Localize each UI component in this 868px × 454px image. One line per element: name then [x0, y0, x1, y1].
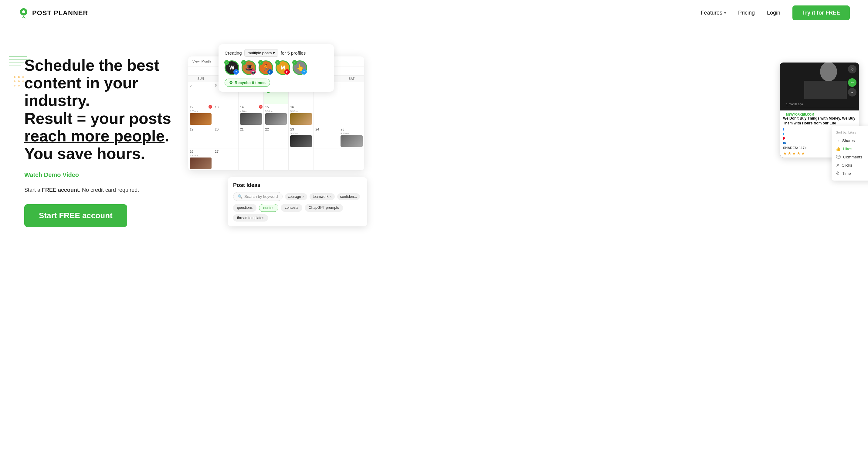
nav-features[interactable]: Features ▾ — [701, 10, 726, 16]
nav-login[interactable]: Login — [767, 10, 780, 16]
sort-comments-label: Comments — [843, 155, 862, 159]
menu-icon[interactable]: ≡ — [848, 88, 857, 96]
creating-label: Creating — [225, 50, 242, 56]
svg-point-15 — [820, 62, 837, 81]
star-5: ★ — [801, 151, 805, 156]
shares-arrow-icon: → — [836, 139, 840, 143]
try-free-button[interactable]: Try it for FREE — [793, 5, 850, 20]
sort-clicks[interactable]: ↗ Clicks — [832, 161, 868, 169]
profile-avatar-4[interactable]: ✓ M P — [276, 60, 290, 75]
check-badge-2: ✓ — [241, 60, 246, 65]
hero-subtext-bold: FREE account — [42, 187, 79, 193]
pill-quotes[interactable]: quotes — [259, 204, 278, 212]
svg-point-12 — [14, 85, 16, 87]
tag-teamwork-remove[interactable]: × — [330, 195, 332, 199]
logo-text: POST PLANNER — [32, 9, 88, 17]
tag-courage-label: courage — [288, 194, 301, 199]
tw-badge-5: t — [301, 69, 307, 74]
star-3: ★ — [792, 151, 796, 156]
svg-point-6 — [14, 76, 16, 78]
cal-cell-26[interactable]: 26 4:21am — [188, 148, 213, 171]
hero-section: Schedule the best content in your indust… — [0, 26, 868, 239]
logo-icon — [18, 8, 29, 19]
svg-point-1 — [22, 10, 25, 13]
profile-avatar-2[interactable]: ✓ 🎩 📷 — [242, 60, 256, 75]
sort-likes-label: Likes — [843, 147, 852, 151]
calendar-grid: 5 6 7 8 ✓ 9 12 5:35am ♻ 13 — [188, 82, 364, 171]
svg-rect-16 — [804, 81, 847, 99]
multipost-card: Creating multiple posts ▾ for 5 profiles… — [219, 44, 334, 92]
cal-cell-15[interactable]: 15 5:35am — [264, 104, 289, 126]
recycle-label: Recycle: 8 times — [235, 81, 266, 85]
comments-bubble-icon: 💬 — [836, 155, 841, 159]
multipost-header: Creating multiple posts ▾ for 5 profiles — [225, 49, 328, 57]
cal-cell-22[interactable]: 22 — [264, 126, 289, 148]
sort-title: Sort by: Likes — [832, 129, 868, 137]
cal-cell-24[interactable]: 24 — [314, 126, 339, 148]
tag-courage-remove[interactable]: × — [302, 195, 304, 199]
nav-pricing[interactable]: Pricing — [738, 10, 755, 16]
ig-badge-2: 📷 — [250, 69, 256, 74]
sort-dropdown: Sort by: Likes → Shares 👍 Likes ✓ 💬 Comm… — [832, 126, 868, 181]
multiple-posts-button[interactable]: multiple posts ▾ — [244, 49, 278, 57]
cal-cell-25[interactable]: 25 4:26am — [339, 126, 364, 148]
cal-cell-20[interactable]: 20 — [213, 126, 239, 148]
check-badge-3: ✓ — [258, 60, 263, 65]
fb-badge-1: f — [234, 69, 239, 74]
cal-cell-27[interactable]: 27 — [213, 148, 239, 171]
cal-cell-14[interactable]: 14 4:20am ♻ — [239, 104, 264, 126]
logo[interactable]: POST PLANNER — [18, 8, 88, 19]
svg-point-7 — [18, 76, 20, 78]
hero-copy: Schedule the best content in your indust… — [24, 44, 182, 227]
cal-cell-5[interactable]: 5 — [188, 82, 213, 104]
cal-thumb-16 — [290, 113, 312, 125]
profile-avatar-1[interactable]: ✓ W f — [225, 60, 239, 75]
profile-avatar-5[interactable]: ✓ 👆 t — [292, 60, 307, 75]
day-sat: SAT — [339, 75, 364, 82]
deco-lines-icon — [9, 50, 33, 74]
cal-cell-12[interactable]: 12 5:35am ♻ — [188, 104, 213, 126]
pill-thread-templates[interactable]: thread templates — [233, 214, 268, 221]
tag-teamwork[interactable]: teamwork × — [310, 193, 335, 200]
cal-cell-23[interactable]: 23 5:30am — [289, 126, 314, 148]
check-badge-1: ✓ — [224, 60, 229, 65]
demo-video-link[interactable]: Watch Demo Video — [24, 172, 182, 178]
pill-chatgpt[interactable]: ChapGPT prompts — [305, 204, 343, 212]
tag-confiden[interactable]: confiden... — [337, 193, 360, 200]
article-time: 1 month ago — [783, 100, 856, 107]
tag-courage[interactable]: courage × — [285, 193, 307, 200]
cal-cell-21[interactable]: 21 — [239, 126, 264, 148]
heart-icon[interactable]: ♡ — [848, 65, 857, 73]
for-profiles-label: for 5 profiles — [281, 50, 306, 56]
sort-time[interactable]: ⏱ Time — [832, 169, 868, 178]
recycle-icon: ♻ — [229, 81, 233, 85]
sort-comments[interactable]: 💬 Comments — [832, 153, 868, 161]
cal-cell-13[interactable]: 13 — [213, 104, 239, 126]
search-icon: 🔍 — [238, 194, 243, 199]
pill-contests[interactable]: contests — [281, 204, 302, 212]
features-chevron-icon: ▾ — [724, 11, 726, 15]
hero-ui-mockup: View: Month Today FEBRUARY · MARCH › SUN… — [188, 44, 850, 220]
clicks-arrow-icon: ↗ — [836, 163, 839, 168]
cal-cell-19[interactable]: 19 — [188, 126, 213, 148]
sort-likes[interactable]: 👍 Likes ✓ — [832, 145, 868, 153]
check-badge-5: ✓ — [292, 60, 297, 65]
start-free-button[interactable]: Start FREE account — [24, 204, 127, 227]
sort-clicks-label: Clicks — [842, 163, 852, 168]
cal-cell-empty-2 — [339, 82, 364, 104]
article-image: ♡ ✏ ≡ — [780, 62, 859, 99]
sort-shares[interactable]: → Shares — [832, 137, 868, 145]
cal-thumb-25 — [341, 135, 363, 147]
hero-subtext: Start a FREE account. No credit card req… — [24, 187, 182, 193]
pen-icon[interactable]: ✏ — [848, 78, 857, 87]
cal-thumb-26 — [190, 157, 212, 169]
cal-thumb-23 — [290, 135, 312, 147]
pill-questions[interactable]: questions — [233, 204, 256, 212]
search-box[interactable]: 🔍 Search by keyword — [233, 192, 283, 201]
cal-thumb-12 — [190, 113, 212, 125]
cal-cell-empty-8 — [314, 148, 339, 171]
search-placeholder: Search by keyword — [244, 194, 278, 199]
profile-avatar-3[interactable]: ✓ 🏃 in — [258, 60, 273, 75]
cal-cell-16[interactable]: 16 5:35am — [289, 104, 314, 126]
cal-badge-14: ♻ — [259, 105, 262, 109]
